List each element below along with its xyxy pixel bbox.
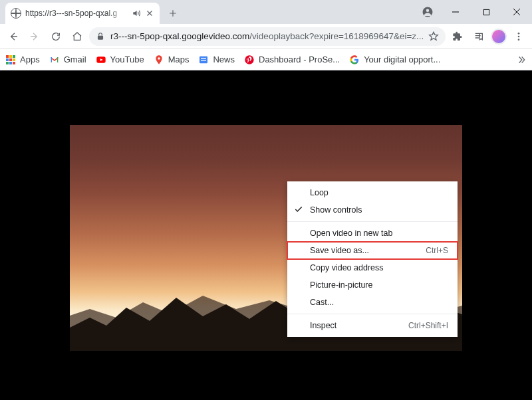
svg-point-4 [518,33,520,35]
minimize-button[interactable] [440,0,471,24]
bookmark-label: Dashboard - ProSe... [259,54,340,64]
check-icon [294,205,303,214]
ctx-shortcut: Ctrl+Shift+I [408,321,448,330]
ctx-picture-in-picture[interactable]: Picture-in-picture [287,276,458,294]
ctx-loop[interactable]: Loop [287,184,458,201]
audio-icon[interactable] [132,9,141,18]
close-tab-icon[interactable] [145,9,154,18]
ctx-copy-video-address[interactable]: Copy video address [287,259,458,276]
new-tab-button[interactable] [164,4,182,23]
ctx-open-new-tab[interactable]: Open video in new tab [287,225,458,242]
ctx-label: Picture-in-picture [310,280,372,290]
tab-title: https://r3---sn-5pop-qxal.g [25,9,128,18]
svg-rect-11 [201,60,206,60]
ctx-label: Loop [310,188,329,197]
maps-icon [154,54,164,65]
toolbar: r3---sn-5pop-qxal.googlevideo.com/videop… [0,24,532,49]
svg-point-5 [518,35,520,37]
svg-point-6 [518,39,520,41]
globe-icon [11,8,21,19]
extensions-button[interactable] [448,27,467,46]
svg-rect-2 [483,9,489,15]
ctx-cast[interactable]: Cast... [287,294,458,311]
svg-point-1 [426,9,430,13]
bookmark-label: Gmail [64,54,86,64]
svg-rect-3 [98,35,103,39]
pinterest-icon [244,54,255,65]
bookmark-label: Maps [168,54,190,64]
google-icon [349,54,360,65]
lock-icon [96,32,105,41]
back-button[interactable] [4,27,23,46]
ctx-label: Show controls [310,205,362,215]
close-window-button[interactable] [501,0,532,24]
maximize-button[interactable] [471,0,501,24]
guest-icon [422,6,434,18]
bookmarks-bar: Apps Gmail YouTube Maps News Dashboard -… [0,49,532,70]
ctx-label: Cast... [310,298,334,307]
ctx-label: Open video in new tab [310,229,392,238]
bookmark-youtube[interactable]: YouTube [96,54,144,65]
profile-avatar[interactable] [491,29,507,45]
ctx-label: Inspect [310,321,336,330]
ctx-label: Copy video address [310,263,383,272]
ctx-save-video-as[interactable]: Save video as... Ctrl+S [287,242,458,259]
bookmark-star-icon[interactable] [428,31,439,42]
apps-icon [5,54,16,65]
apps-label: Apps [20,54,40,64]
bookmark-maps[interactable]: Maps [154,54,190,65]
context-menu: Loop Show controls Open video in new tab… [287,181,458,337]
news-icon [198,54,209,65]
home-button[interactable] [68,27,86,46]
youtube-icon [96,54,106,65]
window-controls [422,0,532,24]
ctx-label: Save video as... [310,246,369,255]
apps-bookmark[interactable]: Apps [5,54,40,65]
bookmark-google[interactable]: Your digital opport... [349,54,440,65]
bookmark-label: YouTube [110,54,144,64]
bookmark-news[interactable]: News [198,54,235,65]
svg-rect-10 [201,58,206,58]
bookmark-label: Your digital opport... [364,54,440,64]
ctx-separator [287,314,458,314]
ctx-show-controls[interactable]: Show controls [287,201,458,219]
svg-point-8 [158,57,160,59]
forward-button [25,27,44,46]
ctx-shortcut: Ctrl+S [426,246,448,255]
reading-list-button[interactable] [469,27,488,46]
title-bar: https://r3---sn-5pop-qxal.g [0,0,532,24]
bookmark-label: News [213,54,235,64]
browser-tab[interactable]: https://r3---sn-5pop-qxal.g [5,3,160,24]
bookmarks-overflow[interactable] [516,54,527,65]
bookmark-pinterest[interactable]: Dashboard - ProSe... [244,54,340,65]
url-text: r3---sn-5pop-qxal.googlevideo.com/videop… [110,31,423,41]
bookmark-gmail[interactable]: Gmail [49,54,86,65]
gmail-icon [49,54,60,65]
menu-button[interactable] [509,27,528,46]
ctx-inspect[interactable]: Inspect Ctrl+Shift+I [287,317,458,334]
address-bar[interactable]: r3---sn-5pop-qxal.googlevideo.com/videop… [89,27,446,46]
reload-button[interactable] [47,27,65,46]
ctx-separator [287,221,458,222]
